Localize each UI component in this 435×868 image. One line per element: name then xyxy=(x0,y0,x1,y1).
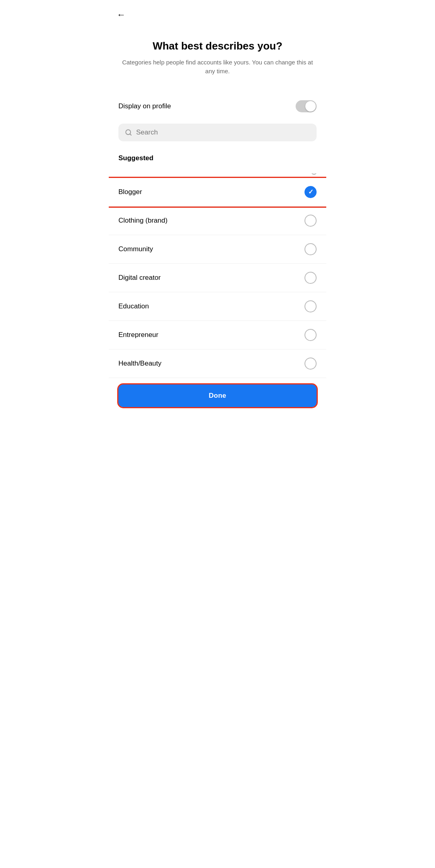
svg-line-1 xyxy=(130,134,131,135)
radio-digital-creator xyxy=(304,272,317,284)
category-name: Blogger xyxy=(118,188,142,196)
category-item-entrepreneur[interactable]: Entrepreneur xyxy=(109,321,326,349)
suggested-label: Suggested xyxy=(109,148,326,165)
header: ← xyxy=(109,0,326,23)
category-item-digital-creator[interactable]: Digital creator xyxy=(109,264,326,292)
main-title: What best describes you? xyxy=(121,39,314,53)
radio-community xyxy=(304,243,317,255)
category-name: Digital creator xyxy=(118,274,161,282)
collapse-indicator: ⌣ xyxy=(109,165,326,178)
chevron-down-icon: ⌣ xyxy=(311,169,317,178)
display-on-profile-label: Display on profile xyxy=(118,102,171,110)
search-icon xyxy=(125,129,132,136)
back-arrow-icon: ← xyxy=(117,10,126,20)
category-name: Health/Beauty xyxy=(118,360,162,368)
category-item-clothing-brand[interactable]: Clothing (brand) xyxy=(109,207,326,235)
done-button[interactable]: Done xyxy=(118,384,317,407)
radio-health-beauty xyxy=(304,358,317,370)
category-item-blogger[interactable]: Blogger xyxy=(109,178,326,207)
category-item-education[interactable]: Education xyxy=(109,292,326,321)
category-name: Entrepreneur xyxy=(118,331,158,339)
search-container xyxy=(109,120,326,148)
page-container: ← What best describes you? Categories he… xyxy=(109,0,326,417)
done-button-wrapper: Done xyxy=(118,384,317,407)
radio-entrepreneur xyxy=(304,329,317,341)
category-item-health-beauty[interactable]: Health/Beauty xyxy=(109,349,326,378)
title-section: What best describes you? Categories help… xyxy=(109,23,326,84)
search-box xyxy=(118,124,317,141)
display-on-profile-toggle[interactable] xyxy=(296,100,317,112)
done-button-container: Done xyxy=(109,378,326,417)
back-button[interactable]: ← xyxy=(117,6,126,23)
subtitle: Categories help people find accounts lik… xyxy=(121,58,314,76)
categories-list: Blogger Clothing (brand) Community Digit… xyxy=(109,178,326,378)
display-on-profile-row: Display on profile xyxy=(109,92,326,120)
search-input[interactable] xyxy=(136,128,310,136)
radio-blogger xyxy=(304,186,317,198)
radio-education xyxy=(304,300,317,312)
category-name: Clothing (brand) xyxy=(118,217,168,225)
radio-clothing-brand xyxy=(304,215,317,227)
category-name: Education xyxy=(118,302,149,310)
category-item-community[interactable]: Community xyxy=(109,235,326,264)
category-name: Community xyxy=(118,245,153,253)
